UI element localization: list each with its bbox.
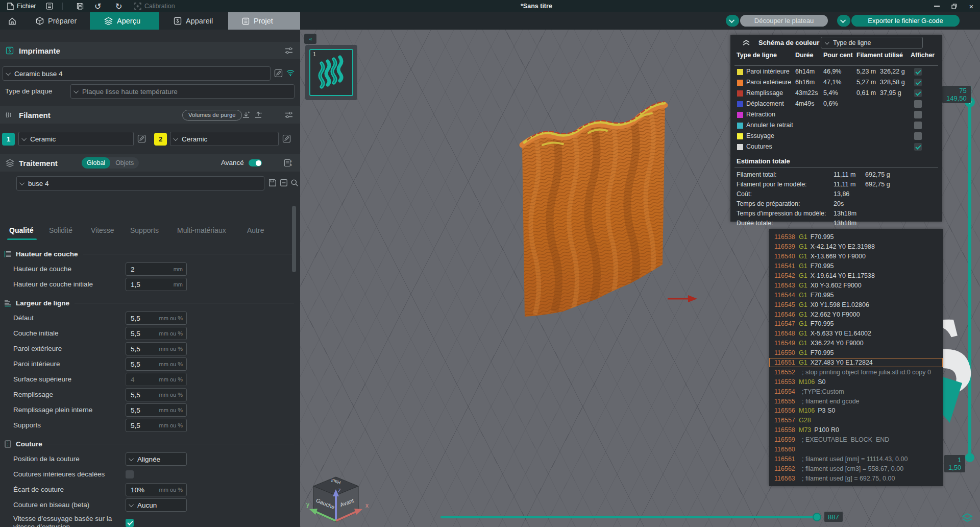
show-checkbox[interactable] [914,79,922,86]
scope-toggle[interactable]: Global Objets [82,157,139,169]
printer-preset-select[interactable]: Ceramic buse 4 [3,66,271,81]
setting-select[interactable]: Alignée [126,452,187,466]
remove-filament-icon[interactable] [254,111,262,118]
printer-settings-icon[interactable] [285,47,293,54]
move-slider-handle[interactable] [813,513,821,521]
gcode-line[interactable]: 116552 ; stop printing object forme juli… [769,367,943,377]
gcode-line[interactable]: 116558 M73 P100 R0 [769,425,943,435]
viewport-3d[interactable]: « 1 S [300,30,980,527]
gcode-line[interactable]: 116563 ; filament used [g] = 692.75, 0.0… [769,473,943,483]
gcode-line[interactable]: 116549 G1 X36.224 Y0 F9000 [769,339,943,348]
layer-slider-bottom-handle[interactable] [965,453,974,462]
setting-input[interactable]: 5,5mm ou % [126,419,187,432]
plate-thumbnail[interactable]: 1 [305,45,357,100]
gcode-line[interactable]: 116559 ; EXECUTABLE_BLOCK_END [769,435,943,445]
gcode-line[interactable]: 116545 G1 X0 Y1.598 E1.02806 [769,300,943,309]
tab-supports[interactable]: Supports [130,226,159,234]
tab-preview[interactable]: Aperçu [90,12,159,30]
wifi-icon[interactable] [286,69,295,77]
filament-2-select[interactable]: Ceramic [170,132,279,146]
gcode-line[interactable]: 116556 M106 P3 S0 [769,406,943,416]
setting-input[interactable]: 5,5mm ou % [126,327,187,340]
gcode-line[interactable]: 116554 ;TYPE:Custom [769,387,943,396]
process-preset-select[interactable]: buse 4 [16,176,264,190]
add-filament-icon[interactable] [242,111,250,118]
setting-checkbox[interactable] [126,519,134,527]
gcode-line[interactable]: 116550 G1 F70.995 [769,348,943,358]
scope-objects[interactable]: Objets [110,159,139,166]
tab-prepare[interactable]: Préparer [29,12,84,30]
export-gcode-button[interactable]: Exporter le fichier G-code [851,15,960,27]
filament-settings-icon[interactable] [285,111,293,118]
compare-presets-icon[interactable]: AB [284,159,293,167]
undo-button[interactable]: ↺ [94,0,101,12]
minimize-button[interactable] [928,0,945,12]
tab-multimaterial[interactable]: Multi-matériaux [177,226,226,234]
setting-input[interactable]: 5,5mm ou % [126,342,187,355]
purge-volumes-button[interactable]: Volumes de purge [182,110,242,121]
delete-preset-icon[interactable] [280,179,288,187]
menu-list-button[interactable] [46,0,53,12]
edit-icon[interactable] [274,69,283,78]
redo-button[interactable]: ↻ [115,0,122,12]
restore-button[interactable] [945,0,963,12]
show-checkbox[interactable] [914,100,922,108]
setting-input[interactable]: 5,5mm ou % [126,388,187,401]
gcode-line[interactable]: 116544 G1 F70.995 [769,290,943,300]
setting-input[interactable]: 5,5mm ou % [126,312,187,325]
view-mode-select[interactable]: Type de ligne [821,37,923,49]
slice-dropdown-button[interactable] [726,15,739,27]
advanced-toggle[interactable] [249,159,262,166]
scope-global[interactable]: Global [82,157,110,169]
printed-model[interactable] [512,96,673,321]
show-checkbox[interactable] [914,122,922,129]
gcode-line[interactable]: 116541 G1 F70.995 [769,261,943,271]
collapse-panel-icon[interactable] [742,39,751,46]
home-button[interactable] [1,12,23,30]
export-dropdown-button[interactable] [837,15,850,27]
layers-view-button[interactable] [962,513,973,523]
tab-quality[interactable]: Qualité [9,226,33,234]
gcode-line[interactable]: 116562 ; filament used [cm3] = 558.67, 0… [769,464,943,473]
filament-1-badge[interactable]: 1 [2,133,15,146]
save-button[interactable] [77,0,84,12]
gcode-line[interactable]: 116553 M106 S0 [769,377,943,387]
gcode-line[interactable]: 116543 G1 X0 Y-3.602 F9000 [769,280,943,290]
gcode-line[interactable]: 116542 G1 X-19.614 Y0 E1.17538 [769,271,943,281]
show-checkbox[interactable] [914,111,922,118]
gcode-line[interactable]: 116557 G28 [769,416,943,425]
save-preset-icon[interactable] [268,179,277,187]
setting-input[interactable]: 5,5mm ou % [126,403,187,417]
search-icon[interactable] [290,179,299,187]
setting-select[interactable]: Aucun [126,498,187,512]
collapse-plate-list-button[interactable]: « [304,34,316,44]
show-checkbox[interactable] [914,89,922,97]
setting-input[interactable]: 5,5mm ou % [126,357,187,371]
gcode-line[interactable]: 116555 ; filament end gcode [769,396,943,406]
gcode-line[interactable]: 116561 ; filament used [mm] = 11114.43, … [769,454,943,464]
filament-1-select[interactable]: Ceramic [18,132,134,146]
slice-button[interactable]: Découper le plateau [740,15,828,27]
setting-input[interactable]: 1,5mm [126,278,187,291]
file-menu[interactable]: Fichier [7,0,36,12]
setting-input[interactable]: 4mm ou % [126,373,187,386]
gcode-line[interactable]: 116547 G1 F70.995 [769,319,943,329]
gcode-line[interactable]: 116560 [769,445,943,454]
navigation-cube[interactable]: Gauche Avant Haut y x z [304,475,372,526]
show-checkbox[interactable] [914,68,922,76]
setting-input[interactable]: 2mm [126,262,187,276]
gcode-line[interactable]: 116548 G1 X-5.633 Y0 E1.64002 [769,329,943,339]
tab-device[interactable]: Appareil [166,12,220,30]
gcode-line[interactable]: 116551 G1 X27.483 Y0 E1.72824 [769,358,943,368]
close-button[interactable]: × [963,0,980,12]
gcode-line[interactable]: 116538 G1 F70.995 [769,232,943,242]
gcode-viewer-panel[interactable]: 116538 G1 F70.995 116539 G1 X-42.142 Y0 … [769,229,943,486]
settings-scrollbar[interactable] [292,206,296,272]
show-checkbox[interactable] [914,132,922,140]
setting-input[interactable]: 10%mm ou % [126,483,187,496]
tab-other[interactable]: Autre [247,226,264,234]
filament-2-edit-icon[interactable] [282,134,291,143]
plate-type-select[interactable]: Plaque lisse haute température [70,84,295,99]
gcode-line[interactable]: 116546 G1 X2.662 Y0 F9000 [769,309,943,319]
setting-checkbox[interactable] [126,470,134,478]
